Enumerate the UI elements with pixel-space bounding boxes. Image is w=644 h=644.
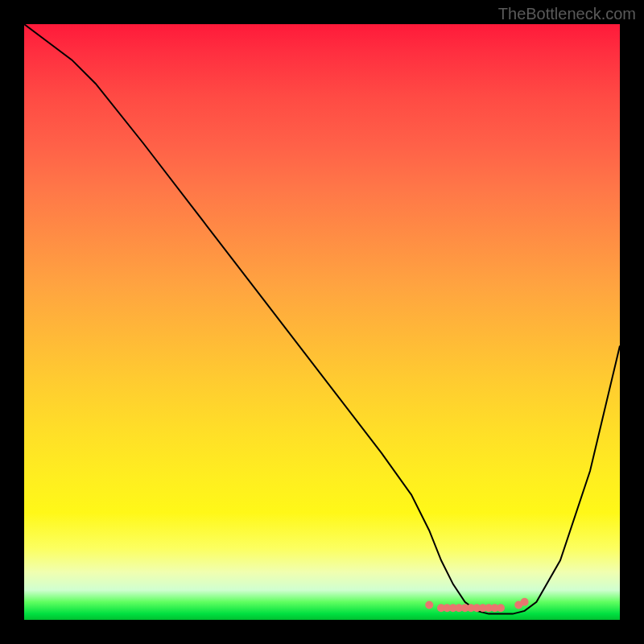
chart-svg [24,24,620,620]
marker-point [521,598,529,606]
marker-point [497,604,505,612]
bottleneck-curve [24,24,620,614]
chart-area [24,24,620,620]
curve-markers [425,598,528,612]
marker-point [425,601,433,609]
watermark-text: TheBottleneck.com [498,5,636,23]
